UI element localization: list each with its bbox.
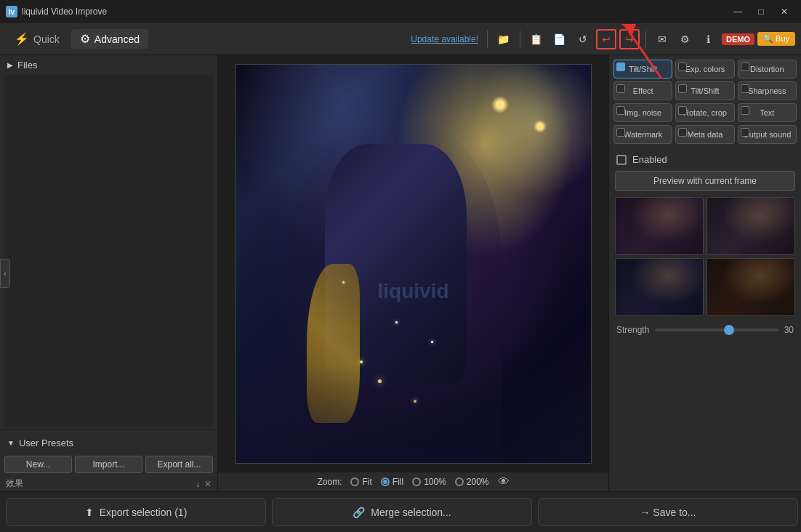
- buy-label: 🔍 Buy: [763, 34, 789, 44]
- minimize-button[interactable]: —: [727, 4, 749, 19]
- undo-button[interactable]: ↩: [596, 29, 616, 49]
- strength-thumb[interactable]: [724, 325, 734, 335]
- zoom-fill-radio[interactable]: [381, 477, 390, 486]
- right-panel: Tilt/Shift Exp. colors Distortion Effect…: [608, 55, 801, 491]
- filter-sharpness[interactable]: Sharpness: [738, 81, 797, 100]
- eye-icon[interactable]: 👁: [498, 475, 510, 488]
- strength-slider[interactable]: [655, 329, 778, 331]
- advanced-tab-label: Advanced: [94, 33, 140, 45]
- tilt-shift-checkbox[interactable]: [616, 63, 625, 71]
- maximize-button[interactable]: □: [750, 4, 772, 19]
- buy-button[interactable]: 🔍 Buy: [757, 32, 795, 46]
- merge-selection-button[interactable]: 🔗 Merge selection...: [272, 498, 532, 526]
- toolbar: ⚡ Quick ⚙ Advanced Update available! 📁 📋…: [0, 23, 801, 55]
- filter-rotate-crop[interactable]: Rotate, crop: [675, 103, 734, 122]
- mail-button[interactable]: ✉: [652, 29, 672, 49]
- presets-list-header: 效果 ↓ ✕: [0, 476, 217, 491]
- rotate-crop-checkbox[interactable]: [678, 106, 687, 115]
- redo-button[interactable]: ↪: [619, 29, 640, 49]
- sidebar-divider: [0, 430, 217, 430]
- zoom-200-label: 200%: [467, 477, 489, 487]
- filter-output-sound[interactable]: Output sound: [738, 125, 797, 144]
- update-link[interactable]: Update available!: [411, 34, 478, 44]
- sidebar-collapse-button[interactable]: ‹: [0, 259, 10, 288]
- export-label: Export selection (1): [100, 507, 188, 518]
- strength-label: Strength: [616, 325, 649, 335]
- zoom-100-option[interactable]: 100%: [412, 477, 446, 487]
- close-button[interactable]: ✕: [773, 4, 795, 19]
- filter-sharpness-label: Sharpness: [748, 86, 786, 95]
- copy-button[interactable]: 📋: [526, 29, 547, 49]
- filter-distortion[interactable]: Distortion: [738, 60, 797, 78]
- distortion-checkbox[interactable]: [741, 63, 749, 71]
- demo-badge: DEMO: [722, 33, 754, 45]
- export-selection-button[interactable]: ⬆ Export selection (1): [6, 498, 266, 526]
- filter-output-sound-label: Output sound: [743, 130, 791, 139]
- export-all-button[interactable]: Export all...: [145, 456, 213, 473]
- filter-tilt-shift2-label: Tilt/Shift: [691, 86, 719, 95]
- preview-button[interactable]: Preview with current frame: [615, 171, 795, 191]
- filter-tilt-shift2[interactable]: Tilt/Shift: [675, 81, 734, 100]
- settings-button[interactable]: ⚙: [675, 29, 696, 49]
- filter-text-label: Text: [760, 108, 774, 117]
- save-to-button[interactable]: → Save to...: [538, 498, 798, 526]
- filter-meta-data[interactable]: Meta data: [675, 125, 734, 144]
- exp-colors-checkbox[interactable]: [678, 63, 687, 71]
- zoom-fit-radio[interactable]: [350, 477, 359, 486]
- img-noise-checkbox[interactable]: [616, 106, 625, 115]
- preset-item-label: 效果: [6, 477, 23, 490]
- filter-meta-data-label: Meta data: [688, 130, 723, 139]
- reset-button[interactable]: ↺: [573, 29, 593, 49]
- quick-tab[interactable]: ⚡ Quick: [6, 29, 68, 49]
- filter-text[interactable]: Text: [738, 103, 797, 122]
- advanced-tab[interactable]: ⚙ Advanced: [71, 29, 148, 49]
- app-title: liquivid Video Improve: [22, 7, 727, 17]
- preview-images: [609, 194, 801, 319]
- sharpness-checkbox[interactable]: [741, 84, 749, 93]
- user-presets-header[interactable]: ▼ User Presets: [0, 433, 217, 453]
- effect-checkbox[interactable]: [616, 84, 625, 93]
- delete-icon[interactable]: ✕: [204, 479, 212, 489]
- presets-section: New... Import... Export all... 效果 ↓ ✕: [0, 453, 217, 491]
- zoom-fill-option[interactable]: Fill: [381, 477, 403, 487]
- canvas-image: liquivid: [218, 55, 608, 472]
- main-content: ‹ ▶ Files ▼ User Presets New... Import..…: [0, 55, 801, 491]
- anime-canvas: liquivid: [236, 64, 592, 464]
- watermark: liquivid: [378, 280, 449, 303]
- zoom-200-option[interactable]: 200%: [455, 477, 489, 487]
- zoom-200-radio[interactable]: [455, 477, 464, 486]
- save-label: → Save to...: [640, 507, 696, 518]
- zoom-100-radio[interactable]: [412, 477, 421, 486]
- toolbar-separator3: [645, 31, 646, 48]
- zoom-fit-option[interactable]: Fit: [350, 477, 371, 487]
- enabled-checkbox[interactable]: [616, 155, 627, 165]
- paste-button[interactable]: 📄: [550, 29, 570, 49]
- filter-rotate-crop-label: Rotate, crop: [683, 108, 727, 117]
- filter-img-noise[interactable]: Img. noise: [613, 103, 672, 122]
- export-icon: ⬆: [85, 507, 94, 518]
- quick-tab-label: Quick: [33, 33, 60, 45]
- preview-thumb-4: [707, 258, 795, 316]
- toolbar-separator2: [520, 31, 520, 48]
- files-section-header[interactable]: ▶ Files: [0, 55, 217, 75]
- files-area: [4, 75, 213, 427]
- bottom-bar: ⬆ Export selection (1) 🔗 Merge selection…: [0, 491, 801, 532]
- info-button[interactable]: ℹ: [699, 29, 719, 49]
- filter-exp-colors[interactable]: Exp. colors: [675, 60, 734, 78]
- filter-effect[interactable]: Effect: [613, 81, 672, 100]
- tilt-shift2-checkbox[interactable]: [678, 84, 687, 93]
- filter-exp-colors-label: Exp. colors: [685, 65, 725, 73]
- filter-tilt-shift[interactable]: Tilt/Shift: [613, 60, 672, 78]
- zoom-label: Zoom:: [317, 477, 342, 487]
- filter-watermark[interactable]: Watermark: [613, 125, 672, 144]
- open-folder-button[interactable]: 📁: [494, 29, 514, 49]
- meta-data-checkbox[interactable]: [678, 128, 687, 137]
- text-checkbox[interactable]: [741, 106, 749, 115]
- new-preset-button[interactable]: New...: [4, 456, 72, 473]
- sort-icon[interactable]: ↓: [196, 479, 200, 489]
- watermark-checkbox[interactable]: [616, 128, 625, 137]
- filter-effect-label: Effect: [633, 86, 653, 95]
- filter-img-noise-label: Img. noise: [624, 108, 661, 117]
- import-preset-button[interactable]: Import...: [75, 456, 142, 473]
- output-sound-checkbox[interactable]: [741, 128, 749, 137]
